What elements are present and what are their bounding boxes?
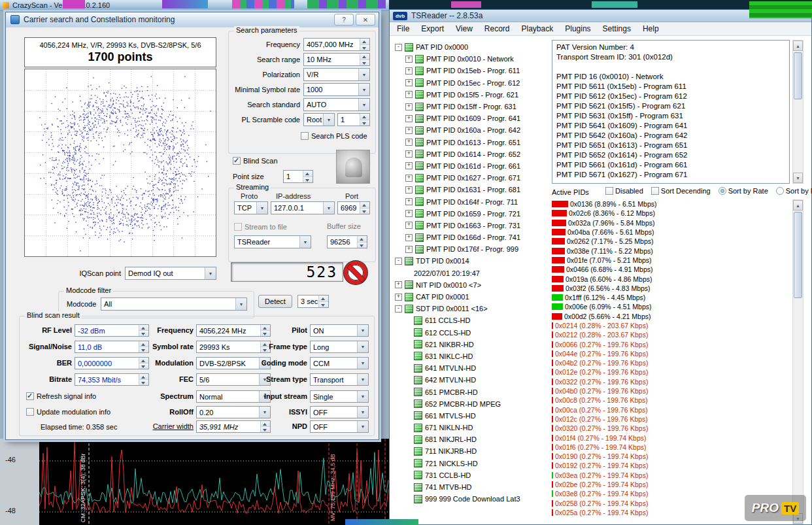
spin-down-icon[interactable] (360, 209, 369, 214)
tree-item[interactable]: 711 NIKJRB-HD (392, 445, 548, 457)
input-stream-select[interactable]: Single▼ (310, 390, 369, 403)
spin-up-icon[interactable] (360, 54, 369, 60)
tsreader-titlebar[interactable]: dvb TSReader -- 2.8.53a (390, 10, 811, 22)
pid-row[interactable]: 0x0214 (0.28% - 203.67 Kbps) (552, 321, 791, 330)
sort-by-pid-radio[interactable]: Sort by PID (776, 187, 812, 195)
radio-icon[interactable] (776, 187, 784, 195)
pid-row[interactable]: 0x03ea (0.27% - 199.74 Kbps) (552, 471, 791, 480)
tree-item[interactable]: +PMT PID 0x15eb - Progr. 611 (392, 65, 548, 76)
dropdown-arrow-icon[interactable]: ▼ (235, 298, 246, 310)
checkbox-icon[interactable] (234, 223, 242, 231)
carrier-width-label[interactable]: Carrier width (137, 422, 194, 430)
tree-item[interactable]: 652 PMCBR-HD MPEG (392, 398, 548, 410)
tree-item[interactable]: +PMT PID 0x1631 - Progr. 681 (392, 184, 548, 195)
collapse-icon[interactable]: - (395, 305, 402, 313)
pid-row[interactable]: 0x0136 (8.89% - 6.51 Mbps) (552, 199, 791, 209)
tree-item[interactable]: 731 CCLB-HD (392, 469, 548, 481)
tree-item[interactable]: 2022/07/01 20:19:47 (392, 267, 548, 279)
pid-row[interactable]: 0x032a (7.96% - 5.84 Mbps) (552, 218, 791, 228)
expand-icon[interactable]: + (405, 139, 413, 146)
tree-item[interactable]: +CAT PID 0x0001 (392, 291, 548, 303)
pl-scramble-select[interactable]: Root▼ (303, 113, 335, 126)
checkbox-icon[interactable] (605, 187, 613, 195)
pid-row[interactable]: 0x0262 (7.17% - 5.25 Mbps) (552, 237, 791, 246)
tree-item[interactable]: +PMT PID 0x1663 - Progr. 731 (392, 220, 548, 231)
point-size-spinner[interactable]: 1 (283, 170, 313, 183)
stream-target-select[interactable]: TSReader▼ (234, 235, 311, 248)
pid-row[interactable]: 0x006e (6.09% - 4.51 Mbps) (552, 302, 791, 311)
detect-button[interactable]: Detect (258, 295, 292, 308)
pid-row[interactable]: 0x038e (7.11% - 5.22 Mbps) (552, 246, 791, 255)
radio-icon[interactable] (719, 187, 726, 195)
dropdown-arrow-icon[interactable]: ▼ (205, 267, 216, 279)
expand-icon[interactable]: + (405, 175, 413, 182)
polarization-select[interactable]: V/R▼ (303, 68, 370, 81)
tree-item[interactable]: 641 MTVLN-HD (392, 362, 548, 374)
expand-icon[interactable]: + (405, 127, 413, 134)
coding-mode-select[interactable]: CCM▼ (310, 357, 369, 369)
tree-item[interactable]: +PMT PID 0x176f - Progr. 999 (392, 243, 548, 255)
tree-item[interactable]: 741 MTVB-HD (392, 481, 548, 493)
pid-row[interactable]: 0x0192 (0.27% - 199.74 Kbps) (552, 461, 791, 470)
pid-row[interactable]: 0x0212 (0.28% - 203.67 Kbps) (552, 330, 791, 339)
pid-row[interactable]: 0x03f2 (6.56% - 4.83 Mbps) (552, 284, 791, 293)
scroll-up-icon[interactable]: ▲ (793, 200, 803, 211)
tree-item[interactable]: 671 NIKLN-HD (392, 422, 548, 433)
expand-icon[interactable]: + (405, 115, 413, 122)
expand-icon[interactable]: + (405, 234, 413, 241)
checkbox-icon[interactable] (26, 408, 34, 416)
modcode-select[interactable]: All▼ (101, 297, 247, 311)
tree-item[interactable]: 661 MTVLS-HD (392, 410, 548, 422)
tree-item[interactable]: +NIT PID 0x0010 <7> (392, 279, 548, 291)
pid-row[interactable]: 0x00d2 (5.66% - 4.21 Mbps) (552, 312, 791, 321)
constellation-plot[interactable] (24, 69, 216, 257)
expand-icon[interactable]: + (405, 210, 413, 217)
tree-item[interactable]: 621 NIKBR-HD (392, 339, 548, 350)
tree-item[interactable]: +PMT PID 0x1614 - Progr. 652 (392, 148, 548, 160)
detect-interval-spinner[interactable]: 3 sec (297, 295, 329, 308)
pid-row[interactable]: 0x0466 (6.68% - 4.91 Mbps) (552, 265, 791, 274)
stream-type-select[interactable]: Transport▼ (310, 373, 369, 386)
menu-record[interactable]: Record (479, 23, 516, 35)
tree-item[interactable]: 612 CCLS-HD (392, 327, 548, 339)
spin-down-icon[interactable] (303, 177, 313, 183)
menu-help[interactable]: Help (637, 23, 665, 35)
dropdown-arrow-icon[interactable]: ▼ (357, 341, 368, 352)
no-signal-icon[interactable] (341, 260, 371, 287)
menu-view[interactable]: View (450, 23, 479, 35)
expand-icon[interactable]: + (405, 79, 413, 86)
npd-select[interactable]: OFF▼ (310, 420, 369, 433)
pid-row[interactable]: 0x0066 (0.27% - 199.76 Kbps) (552, 339, 791, 348)
tree-item[interactable]: +PMT PID 0x15ff - Progr. 631 (392, 101, 548, 112)
pid-row[interactable]: 0x02be (0.27% - 199.74 Kbps) (552, 480, 791, 489)
spin-down-icon[interactable] (358, 243, 367, 248)
stream-to-file-checkbox[interactable]: Stream to file (234, 222, 287, 231)
tree-item[interactable]: 631 NIKLC-HD (392, 350, 548, 362)
pid-row[interactable]: 0x01f6 (0.27% - 199.74 Kbps) (552, 443, 791, 452)
pid-row[interactable]: 0x00ca (0.27% - 199.76 Kbps) (552, 405, 791, 415)
proto-select[interactable]: TCP▼ (234, 201, 268, 214)
pid-row[interactable]: 0x0190 (0.27% - 199.74 Kbps) (552, 452, 791, 461)
menu-plugins[interactable]: Plugins (559, 23, 596, 35)
pid-row[interactable]: 0x04b0 (0.27% - 199.76 Kbps) (552, 386, 791, 396)
ip-address-select[interactable]: 127.0.0.1▼ (271, 201, 335, 214)
iqscan-point-select[interactable]: Demod IQ out▼ (125, 267, 216, 280)
tree-item[interactable]: +PMT PID 0x1627 - Progr. 671 (392, 172, 548, 184)
tree-item[interactable]: +PMT PID 0x166d - Progr. 741 (392, 231, 548, 243)
spectrum-plot[interactable]: CM :32APSK; 3(4); 38 dBrMV: 75,199 MHz; … (39, 439, 389, 525)
dropdown-arrow-icon[interactable]: ▼ (323, 202, 334, 214)
tree-item[interactable]: 999 999 Code Download Lat3 (392, 493, 548, 505)
spin-down-icon[interactable] (360, 45, 369, 51)
dropdown-arrow-icon[interactable]: ▼ (357, 358, 368, 369)
expand-icon[interactable]: + (405, 56, 413, 63)
expand-icon[interactable]: + (405, 67, 413, 75)
checkbox-icon[interactable] (233, 157, 241, 165)
help-button[interactable]: ? (334, 14, 354, 25)
dropdown-arrow-icon[interactable]: ▼ (358, 69, 369, 80)
pid-list-scrollbar[interactable]: ▲ ▼ (792, 199, 804, 524)
disabled-checkbox[interactable]: Disabled (605, 187, 643, 195)
min-symbol-rate-select[interactable]: 1000▼ (303, 83, 370, 96)
pid-row[interactable]: 0x012c (0.27% - 199.76 Kbps) (552, 415, 791, 424)
spin-up-icon[interactable] (358, 236, 367, 243)
menu-file[interactable]: File (391, 23, 415, 35)
